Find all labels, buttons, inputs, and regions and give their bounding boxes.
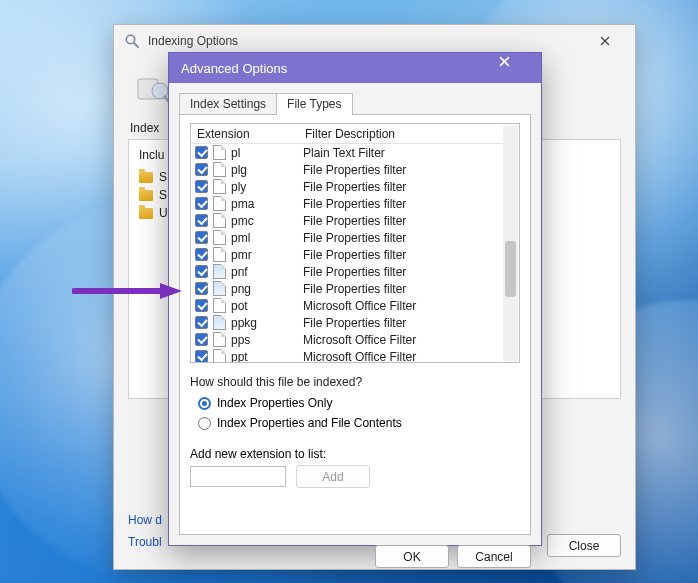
file-icon xyxy=(213,145,226,160)
extension-label: pl xyxy=(231,146,303,160)
radio-label: Index Properties and File Contents xyxy=(217,416,402,430)
checkbox[interactable] xyxy=(195,299,208,312)
extension-label: pnf xyxy=(231,265,303,279)
indexing-title: Indexing Options xyxy=(148,34,583,48)
extension-label: pml xyxy=(231,231,303,245)
file-icon xyxy=(213,349,226,362)
scrollbar[interactable] xyxy=(503,125,518,361)
advanced-titlebar[interactable]: Advanced Options xyxy=(169,53,541,83)
extension-label: plg xyxy=(231,163,303,177)
extension-label: pps xyxy=(231,333,303,347)
tab-strip: Index Settings File Types xyxy=(179,91,531,115)
file-type-row[interactable]: pmcFile Properties filter xyxy=(191,212,519,229)
file-type-row[interactable]: pmaFile Properties filter xyxy=(191,195,519,212)
checkbox[interactable] xyxy=(195,282,208,295)
extension-label: pmc xyxy=(231,214,303,228)
filter-description-label: File Properties filter xyxy=(303,197,519,211)
extension-label: pma xyxy=(231,197,303,211)
magnifier-icon xyxy=(124,33,140,49)
radio-icon xyxy=(198,417,211,430)
folder-icon xyxy=(139,208,153,219)
tab-file-types[interactable]: File Types xyxy=(276,93,352,115)
file-type-row[interactable]: potMicrosoft Office Filter xyxy=(191,297,519,314)
filter-description-label: File Properties filter xyxy=(303,282,519,296)
checkbox[interactable] xyxy=(195,163,208,176)
advanced-options-dialog: Advanced Options Index Settings File Typ… xyxy=(168,52,542,546)
close-icon[interactable] xyxy=(499,55,535,81)
checkbox[interactable] xyxy=(195,214,208,227)
file-type-row[interactable]: pmrFile Properties filter xyxy=(191,246,519,263)
checkbox[interactable] xyxy=(195,316,208,329)
file-icon xyxy=(213,162,226,177)
add-extension-input[interactable] xyxy=(190,466,286,487)
checkbox[interactable] xyxy=(195,333,208,346)
checkbox[interactable] xyxy=(195,197,208,210)
filter-description-label: Microsoft Office Filter xyxy=(303,299,519,313)
file-icon xyxy=(213,298,226,313)
included-location-label: U xyxy=(159,206,168,220)
checkbox[interactable] xyxy=(195,231,208,244)
file-type-row[interactable]: pngFile Properties filter xyxy=(191,280,519,297)
folder-icon xyxy=(139,190,153,201)
extension-label: png xyxy=(231,282,303,296)
file-icon xyxy=(213,179,226,194)
filter-description-label: File Properties filter xyxy=(303,180,519,194)
file-types-header: Extension Filter Description xyxy=(191,124,519,144)
add-extension-label: Add new extension to list: xyxy=(190,447,520,461)
extension-label: pot xyxy=(231,299,303,313)
checkbox[interactable] xyxy=(195,146,208,159)
file-type-row[interactable]: pnfFile Properties filter xyxy=(191,263,519,280)
add-button[interactable]: Add xyxy=(296,465,370,488)
file-icon xyxy=(213,247,226,262)
radio-icon xyxy=(198,397,211,410)
file-icon xyxy=(213,332,226,347)
file-types-tabpage: Extension Filter Description plPlain Tex… xyxy=(179,115,531,535)
how-indexed-label: How should this file be indexed? xyxy=(190,375,520,389)
file-types-list[interactable]: Extension Filter Description plPlain Tex… xyxy=(190,123,520,363)
cancel-button[interactable]: Cancel xyxy=(457,545,531,568)
advanced-title: Advanced Options xyxy=(181,61,499,76)
close-icon[interactable] xyxy=(583,26,627,56)
filter-description-label: Plain Text Filter xyxy=(303,146,519,160)
filter-description-label: File Properties filter xyxy=(303,248,519,262)
included-location-label: S xyxy=(159,188,167,202)
file-icon xyxy=(213,281,226,296)
file-icon xyxy=(213,196,226,211)
file-type-row[interactable]: pmlFile Properties filter xyxy=(191,229,519,246)
checkbox[interactable] xyxy=(195,180,208,193)
extension-label: pmr xyxy=(231,248,303,262)
folder-icon xyxy=(139,172,153,183)
filter-description-label: File Properties filter xyxy=(303,163,519,177)
extension-label: ppkg xyxy=(231,316,303,330)
checkbox[interactable] xyxy=(195,248,208,261)
close-button[interactable]: Close xyxy=(547,534,621,557)
column-description[interactable]: Filter Description xyxy=(301,127,519,141)
svg-line-1 xyxy=(134,43,138,47)
file-icon xyxy=(213,213,226,228)
file-icon xyxy=(213,315,226,330)
radio-properties-and-contents[interactable]: Index Properties and File Contents xyxy=(198,413,520,433)
file-icon xyxy=(213,230,226,245)
extension-label: ply xyxy=(231,180,303,194)
file-icon xyxy=(213,264,226,279)
tab-index-settings[interactable]: Index Settings xyxy=(179,93,277,115)
included-location-label: S xyxy=(159,170,167,184)
file-type-row[interactable]: ppsMicrosoft Office Filter xyxy=(191,331,519,348)
checkbox[interactable] xyxy=(195,350,208,362)
filter-description-label: File Properties filter xyxy=(303,265,519,279)
file-type-row[interactable]: ppkgFile Properties filter xyxy=(191,314,519,331)
column-extension[interactable]: Extension xyxy=(191,127,301,141)
radio-properties-only[interactable]: Index Properties Only xyxy=(198,393,520,413)
radio-label: Index Properties Only xyxy=(217,396,332,410)
ok-button[interactable]: OK xyxy=(375,545,449,568)
extension-label: ppt xyxy=(231,350,303,363)
file-type-row[interactable]: plyFile Properties filter xyxy=(191,178,519,195)
file-type-row[interactable]: plgFile Properties filter xyxy=(191,161,519,178)
filter-description-label: Microsoft Office Filter xyxy=(303,333,519,347)
filter-description-label: File Properties filter xyxy=(303,316,519,330)
filter-description-label: File Properties filter xyxy=(303,231,519,245)
file-type-row[interactable]: plPlain Text Filter xyxy=(191,144,519,161)
checkbox[interactable] xyxy=(195,265,208,278)
filter-description-label: File Properties filter xyxy=(303,214,519,228)
file-type-row[interactable]: pptMicrosoft Office Filter xyxy=(191,348,519,362)
